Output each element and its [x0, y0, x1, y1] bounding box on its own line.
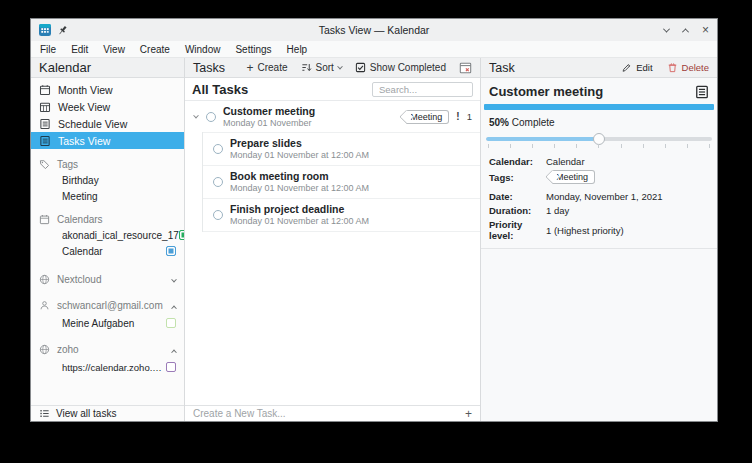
sidebar-account-gmail[interactable]: schwancarl@gmail.com [31, 297, 184, 313]
progress-slider[interactable] [485, 132, 713, 148]
schedule-list-icon [39, 118, 51, 130]
tasks-panel-header: Tasks + Create [185, 58, 480, 78]
show-completed-button[interactable]: Show Completed [355, 62, 446, 73]
sidebar-calendar-zoho-url[interactable]: https://calendar.zoho.eu/caldav/b... [31, 359, 184, 375]
sidebar-item-schedule-view[interactable]: Schedule View [31, 115, 184, 132]
sidebar-calendar-akonadi[interactable]: akonadi_ical_resource_17 [31, 227, 184, 243]
sidebar-item-month-view[interactable]: Month View [31, 81, 184, 98]
menubar: File Edit View Create Window Settings He… [31, 41, 717, 58]
task-checkbox-circle[interactable] [213, 210, 223, 220]
field-label-duration: Duration: [489, 205, 546, 216]
tag-badge-meeting[interactable]: Meeting [406, 110, 449, 124]
expander-chevron-down-icon[interactable] [191, 115, 201, 119]
maximize-icon[interactable] [682, 28, 689, 35]
search-input[interactable] [372, 82, 473, 97]
menu-window[interactable]: Window [185, 44, 221, 55]
kalendar-window: Tasks View — Kalendar × File Edit View C… [30, 18, 718, 422]
field-value-calendar: Calendar [546, 156, 709, 167]
detail-panel-header: Task Edit [481, 58, 717, 78]
calendar-icon [39, 84, 51, 96]
tasks-list-icon [39, 135, 51, 147]
section-label: Tags [57, 159, 78, 170]
task-row-book-meeting-room[interactable]: Book meeting room Monday 01 November at … [203, 165, 480, 198]
calendar-checkbox-blue[interactable] [166, 246, 176, 256]
close-icon[interactable]: × [702, 25, 709, 35]
create-label: Create [257, 62, 287, 73]
trash-icon [667, 62, 678, 73]
sidebar-body: Month View Week View [31, 78, 184, 405]
sidebar-header: Kalendar [31, 58, 184, 78]
task-checkbox-circle[interactable] [213, 177, 223, 187]
edit-button[interactable]: Edit [621, 62, 652, 73]
priority-number: 1 [467, 111, 472, 122]
pin-icon[interactable] [57, 25, 68, 36]
tag-icon [39, 159, 50, 170]
sidebar-item-week-view[interactable]: Week View [31, 98, 184, 115]
close-pane-button[interactable] [459, 62, 472, 74]
view-all-tasks-button[interactable]: View all tasks [31, 405, 184, 421]
task-row-prepare-slides[interactable]: Prepare slides Monday 01 November at 12:… [203, 132, 480, 165]
desktop-background: Tasks View — Kalendar × File Edit View C… [0, 0, 752, 463]
window-controls: × [664, 25, 709, 35]
sidebar-tag-birthday[interactable]: Birthday [31, 172, 184, 188]
sidebar-account-nextcloud[interactable]: Nextcloud [31, 271, 184, 287]
menu-file[interactable]: File [40, 44, 56, 55]
minimize-icon[interactable] [663, 25, 670, 32]
field-label-tags: Tags: [489, 172, 546, 183]
field-value-date: Monday, November 1, 2021 [546, 191, 709, 202]
field-value-priority: 1 (Highest priority) [546, 225, 709, 236]
task-checkbox-circle[interactable] [213, 144, 223, 154]
sort-label: Sort [316, 62, 334, 73]
chevron-up-icon[interactable] [172, 344, 176, 355]
sidebar-section-tags[interactable]: Tags [31, 156, 184, 172]
sidebar-calendar-meine-aufgaben[interactable]: Meine Aufgaben [31, 315, 184, 331]
detail-title-row: Customer meeting [481, 78, 717, 103]
app-icon [39, 24, 51, 36]
field-label-date: Date: [489, 191, 546, 202]
titlebar[interactable]: Tasks View — Kalendar × [31, 19, 717, 41]
menu-help[interactable]: Help [287, 44, 308, 55]
create-new-task-placeholder: Create a New Task... [193, 408, 286, 419]
sidebar-tag-meeting[interactable]: Meeting [31, 188, 184, 204]
menu-view[interactable]: View [103, 44, 125, 55]
chevron-up-icon[interactable] [172, 300, 176, 311]
sidebar-item-label: Week View [58, 101, 110, 113]
task-title: Finish project deadline [230, 203, 369, 215]
menu-settings[interactable]: Settings [235, 44, 271, 55]
task-row-finish-project-deadline[interactable]: Finish project deadline Monday 01 Novemb… [203, 198, 480, 232]
task-checkbox-circle[interactable] [206, 112, 216, 122]
progress-percent: 50% [489, 117, 509, 128]
task-list-title: All Tasks [192, 82, 248, 97]
delete-button[interactable]: Delete [667, 62, 709, 73]
sort-icon [301, 62, 312, 73]
plus-icon: + [246, 63, 253, 73]
sidebar-account-zoho[interactable]: zoho [31, 341, 184, 357]
sidebar-section-calendars[interactable]: Calendars [31, 211, 184, 227]
calendar-checkbox-lightgreen[interactable] [166, 318, 176, 328]
menu-create[interactable]: Create [140, 44, 170, 55]
section-label: Calendars [57, 214, 103, 225]
field-label-calendar: Calendar: [489, 156, 546, 167]
chevron-down-icon[interactable] [172, 274, 176, 285]
sidebar-calendar-calendar[interactable]: Calendar [31, 243, 184, 259]
titlebar-left [39, 24, 68, 36]
field-value-duration: 1 day [546, 205, 709, 216]
sidebar-item-label: Month View [58, 84, 113, 96]
tag-badge-meeting[interactable]: Meeting [552, 170, 595, 184]
task-date: Monday 01 November at 12:00 AM [230, 216, 369, 226]
task-text: Customer meeting Monday 01 November [223, 105, 315, 128]
sidebar-item-tasks-view[interactable]: Tasks View [31, 132, 184, 149]
task-row-customer-meeting[interactable]: Customer meeting Monday 01 November Meet… [185, 101, 480, 132]
edit-label: Edit [636, 62, 652, 73]
menu-edit[interactable]: Edit [71, 44, 88, 55]
sort-button[interactable]: Sort [301, 62, 342, 73]
create-button[interactable]: + Create [246, 62, 287, 73]
chevron-down-icon [337, 63, 343, 69]
create-new-task-row[interactable]: Create a New Task... + [185, 405, 480, 421]
tasks-panel-title: Tasks [193, 61, 225, 75]
progress-label: 50% Complete [481, 110, 717, 130]
calendar-checkbox-purple[interactable] [166, 362, 176, 372]
calendar-checkbox-green[interactable] [179, 230, 184, 240]
add-task-plus-icon[interactable]: + [465, 409, 472, 419]
task-title: Customer meeting [223, 105, 315, 117]
